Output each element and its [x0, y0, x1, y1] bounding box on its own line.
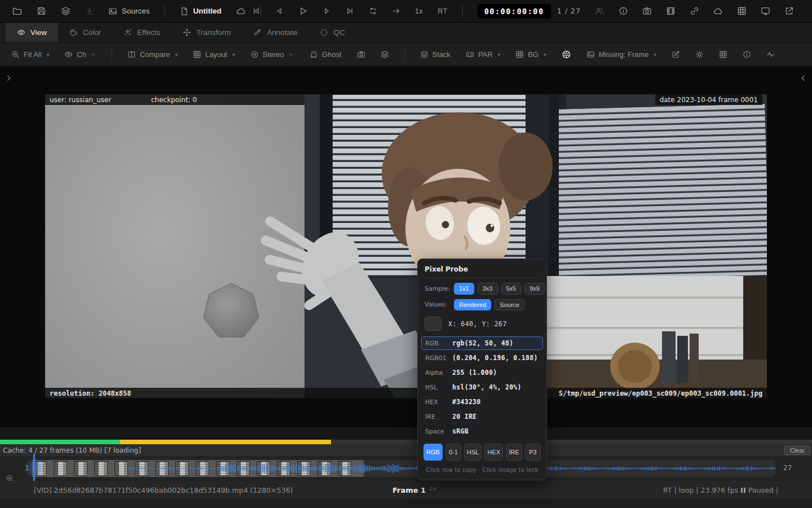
- compare-dropdown[interactable]: Compare ▾: [127, 50, 178, 59]
- timeline-thumbnail[interactable]: [236, 461, 250, 476]
- sample-5x5-button[interactable]: 5x5: [501, 283, 522, 295]
- values-source-button[interactable]: Source: [495, 299, 524, 311]
- open-file-button[interactable]: [12, 6, 22, 16]
- ghost-toggle[interactable]: Ghost: [310, 50, 342, 59]
- timeline-thumbnail[interactable]: [277, 461, 290, 476]
- timeline-thumbnail[interactable]: [94, 461, 108, 476]
- timecode-display[interactable]: 00:00:00:00: [478, 4, 551, 19]
- ghost-icon: [310, 50, 318, 59]
- cloud-sync-button[interactable]: [236, 6, 246, 16]
- timeline-thumbnail[interactable]: [196, 461, 209, 476]
- timeline-thumbnail[interactable]: [155, 461, 169, 476]
- timeline-thumbnail[interactable]: [338, 461, 351, 476]
- step-forward-button[interactable]: [323, 7, 331, 15]
- snapshot-button[interactable]: [642, 6, 652, 16]
- tab-qc[interactable]: QC: [308, 23, 356, 42]
- sources-button[interactable]: Sources: [108, 7, 150, 16]
- values-rendered-button[interactable]: Rendered: [454, 299, 491, 311]
- timeline-track[interactable]: [32, 460, 775, 477]
- expand-right-panel-button[interactable]: [799, 74, 807, 82]
- channel-dropdown[interactable]: Ch: [64, 50, 96, 59]
- aperture-button[interactable]: [562, 50, 571, 59]
- probe-row-rgb[interactable]: RGB rgb(52, 50, 48): [421, 336, 543, 350]
- fit-all-dropdown[interactable]: Fit All ▾: [11, 50, 49, 59]
- timeline-thumbnail[interactable]: [216, 461, 230, 476]
- external-window-button[interactable]: [784, 6, 794, 16]
- expand-left-panel-button[interactable]: [5, 74, 13, 82]
- timeline-thumbnail[interactable]: [175, 461, 189, 476]
- layout-dropdown[interactable]: Layout ▾: [193, 50, 235, 59]
- probe-row-rgb01[interactable]: RGB01 (0.204, 0.196, 0.188): [421, 351, 543, 365]
- layers-button[interactable]: [61, 6, 70, 16]
- layer-stack-button[interactable]: [381, 50, 389, 59]
- timeline-thumbnail[interactable]: [317, 461, 331, 476]
- playback-speed-button[interactable]: 1x: [415, 7, 423, 15]
- presentation-button[interactable]: [761, 6, 770, 16]
- cloud-button[interactable]: [713, 6, 723, 16]
- stack-toggle[interactable]: Stack: [420, 50, 451, 59]
- timeline-thumbnail[interactable]: [135, 461, 148, 476]
- sources-label: Sources: [122, 7, 150, 15]
- probe-value-rows: RGB rgb(52, 50, 48) RGB01 (0.204, 0.196,…: [418, 336, 546, 438]
- format-hex-button[interactable]: HEX: [484, 444, 503, 461]
- previous-frame-button[interactable]: [275, 7, 284, 15]
- loop-mode-button[interactable]: [369, 7, 377, 15]
- format-p3-button[interactable]: P3: [525, 444, 541, 461]
- timeline-thumbnail[interactable]: [74, 461, 87, 476]
- probe-row-ire[interactable]: IRE 20 IRE: [421, 410, 543, 423]
- timeline[interactable]: 1 27: [0, 456, 812, 481]
- scopes-button[interactable]: [766, 50, 775, 59]
- frame-counter: 1 / 27: [557, 7, 581, 15]
- viewer-image[interactable]: user: russian_user checkpoint: 0 date 20…: [45, 94, 767, 398]
- pixel-grid-button[interactable]: [719, 50, 727, 59]
- play-button[interactable]: [298, 6, 308, 16]
- format-rgb-button[interactable]: RGB: [423, 444, 443, 461]
- missing-frame-dropdown[interactable]: Missing: Frame ▾: [586, 50, 656, 59]
- tab-color[interactable]: Color: [58, 23, 112, 42]
- download-button[interactable]: [85, 7, 94, 15]
- format-01-button[interactable]: 0-1: [445, 444, 461, 461]
- info-button[interactable]: [619, 6, 628, 16]
- sample-3x3-button[interactable]: 3x3: [478, 283, 498, 295]
- filmstrip-thumbnails[interactable]: [32, 460, 364, 477]
- image-info-button[interactable]: [743, 50, 751, 59]
- par-dropdown[interactable]: PAR ▾: [466, 50, 500, 59]
- sample-1x1-button[interactable]: 1x1: [454, 283, 474, 295]
- timeline-thumbnail[interactable]: [33, 461, 47, 476]
- probe-row-alpha[interactable]: Alpha 255 (1.000): [421, 366, 543, 379]
- stereo-dropdown[interactable]: Stereo: [250, 50, 294, 59]
- grid-view-button[interactable]: [737, 6, 747, 16]
- bg-dropdown[interactable]: BG ▾: [515, 50, 546, 59]
- separator: [404, 49, 405, 61]
- clear-cache-button[interactable]: Clear: [784, 446, 810, 455]
- filmstrip-button[interactable]: [666, 6, 676, 16]
- edit-overlay-button[interactable]: [672, 50, 680, 59]
- session-title-button[interactable]: Untitled: [180, 7, 222, 16]
- timeline-thumbnail[interactable]: [54, 461, 67, 476]
- share-link-button[interactable]: [690, 6, 699, 16]
- realtime-toggle[interactable]: RT: [438, 7, 447, 15]
- timeline-thumbnail[interactable]: [114, 461, 128, 476]
- snapshot-view-button[interactable]: [357, 50, 365, 59]
- probe-row-hsl[interactable]: HSL hsl(30°, 4%, 20%): [421, 380, 543, 394]
- brightness-button[interactable]: [695, 50, 704, 59]
- save-session-button[interactable]: [37, 6, 46, 16]
- format-hsl-button[interactable]: HSL: [464, 444, 482, 461]
- tab-transform[interactable]: Transform: [171, 23, 242, 42]
- tab-view[interactable]: View: [6, 23, 58, 42]
- probe-row-hex[interactable]: HEX #343230: [421, 395, 543, 409]
- format-ire-button[interactable]: IRE: [506, 444, 522, 461]
- play-direction-button[interactable]: [392, 7, 400, 15]
- sample-9x9-button[interactable]: 9x9: [524, 283, 545, 295]
- layers-icon: [61, 6, 70, 16]
- go-to-end-button[interactable]: [346, 7, 354, 15]
- playhead[interactable]: [33, 454, 35, 483]
- tab-annotate[interactable]: Annotate: [242, 23, 308, 42]
- timeline-thumbnail[interactable]: [297, 461, 311, 476]
- probe-row-space[interactable]: Space sRGB: [421, 424, 543, 438]
- go-to-start-button[interactable]: [252, 7, 261, 15]
- stack-icon: [420, 50, 429, 59]
- tab-effects[interactable]: Effects: [112, 23, 171, 42]
- timeline-thumbnail[interactable]: [257, 461, 270, 476]
- collaborators-button[interactable]: [595, 6, 604, 16]
